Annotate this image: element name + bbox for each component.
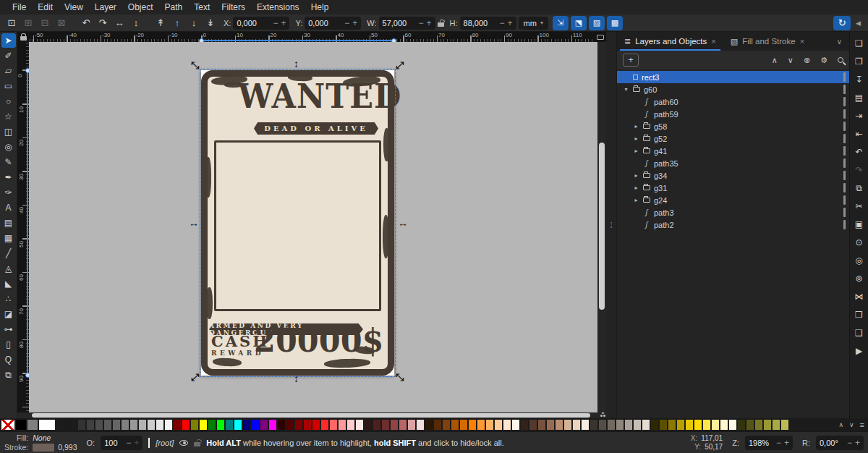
menu-object[interactable]: Object	[123, 1, 158, 14]
x-plus-button[interactable]: +	[281, 19, 286, 27]
palette-swatch[interactable]	[746, 420, 754, 430]
palette-swatch[interactable]	[608, 420, 615, 430]
pages-tool[interactable]: ⧉	[1, 368, 16, 382]
star-tool[interactable]: ☆	[1, 109, 16, 124]
canvas-viewport[interactable]: WANTED DEAD OR ALIVE ARMED AND VERY DANG…	[29, 42, 597, 412]
import-button[interactable]: ⇥	[853, 110, 866, 121]
palette-swatch[interactable]	[703, 420, 710, 430]
move-up-button[interactable]: ∧	[772, 56, 778, 65]
palette-swatch[interactable]	[269, 420, 276, 430]
fill-stroke-indicator[interactable]: Fill: None Stroke: 0,993	[4, 433, 77, 452]
palette-swatch[interactable]	[252, 420, 259, 430]
x-value[interactable]: 0,000	[237, 19, 270, 27]
selector-tool[interactable]: ➤	[1, 33, 16, 48]
palette-swatch[interactable]	[668, 420, 676, 430]
scale-handle-bottom-left[interactable]: ⤢	[191, 372, 199, 382]
opacity-plus-button[interactable]: +	[134, 439, 139, 447]
row-highlight-marker[interactable]	[843, 134, 846, 143]
width-plus-button[interactable]: +	[427, 19, 432, 27]
zoom-value[interactable]: 198%	[749, 439, 773, 447]
menu-file[interactable]: File	[7, 1, 31, 14]
layer-row-g24[interactable]: ▸g24	[617, 194, 849, 206]
zoom-minus-button[interactable]: −	[776, 439, 781, 447]
expander-icon[interactable]: ▸	[633, 123, 639, 130]
palette-swatch[interactable]	[738, 420, 745, 430]
tab-layers-and-objects[interactable]: ≣ Layers and Objects ×	[617, 32, 723, 51]
palette-swatch[interactable]	[764, 420, 771, 430]
connector-tool[interactable]: ⊶	[1, 322, 16, 336]
scale-handle-left[interactable]: ↔	[189, 218, 199, 228]
palette-swatch[interactable]	[399, 420, 407, 430]
palette-swatch[interactable]	[191, 420, 198, 430]
commands-overflow-button[interactable]: ▶	[853, 345, 866, 356]
palette-swatch[interactable]	[582, 420, 589, 430]
palette-swatch[interactable]	[773, 420, 780, 430]
row-highlight-marker[interactable]	[843, 220, 846, 229]
layer-row-path2[interactable]: ʃpath2	[617, 219, 849, 231]
no-color-swatch[interactable]	[1, 420, 14, 430]
row-highlight-marker[interactable]	[843, 85, 846, 94]
palette-swatch[interactable]	[278, 420, 285, 430]
move-down-button[interactable]: ∨	[788, 56, 793, 65]
opacity-field[interactable]: 100 − +	[101, 436, 142, 450]
paint-bucket-tool[interactable]: ◣	[1, 276, 16, 291]
palette-swatch[interactable]	[521, 420, 528, 430]
palette-swatch[interactable]	[148, 420, 155, 430]
snap-toggle-button[interactable]: ↻	[833, 16, 851, 30]
deselect-button[interactable]: ⊟	[38, 16, 52, 30]
y-minus-button[interactable]: −	[344, 19, 349, 27]
lower-button[interactable]: ↓	[187, 16, 201, 30]
palette-swatch[interactable]	[260, 420, 268, 430]
settings-gear-icon[interactable]: ⚙	[820, 56, 827, 65]
palette-swatch[interactable]	[130, 420, 137, 430]
layer-row-path59[interactable]: ʃpath59	[617, 108, 849, 120]
palette-swatch[interactable]	[686, 420, 693, 430]
layer-visibility-eye-icon[interactable]	[179, 440, 188, 446]
layer-row-g60[interactable]: ▾g60	[617, 83, 849, 96]
palette-swatch[interactable]	[547, 420, 554, 430]
raise-to-top-button[interactable]: ↟	[153, 16, 168, 30]
menu-edit[interactable]: Edit	[33, 1, 58, 14]
close-icon[interactable]: ×	[711, 37, 715, 46]
palette-swatch[interactable]	[556, 420, 563, 430]
palette-swatch[interactable]	[356, 420, 363, 430]
menu-path[interactable]: Path	[160, 1, 188, 14]
palette-swatch[interactable]	[460, 420, 467, 430]
palette-swatch[interactable]	[512, 420, 519, 430]
palette-swatch[interactable]	[321, 420, 328, 430]
scale-handle-bottom-right[interactable]: ⤡	[396, 372, 404, 382]
horizontal-ruler[interactable]: -50-40-30-20-100102030405060708090100110	[29, 32, 595, 42]
close-icon[interactable]: ×	[800, 37, 804, 46]
zoom-plus-button[interactable]: +	[784, 439, 789, 447]
expander-icon[interactable]: ▾	[623, 86, 629, 93]
zoom-tool[interactable]: Q	[1, 352, 16, 367]
white-swatch[interactable]	[39, 420, 55, 430]
duplicate-button[interactable]: ⋈	[853, 291, 866, 302]
row-highlight-marker[interactable]	[843, 171, 846, 180]
palette-swatch[interactable]	[677, 420, 684, 430]
palette-swatch[interactable]	[590, 420, 597, 430]
palette-swatch[interactable]	[477, 420, 485, 430]
node-tool[interactable]: ✐	[1, 48, 16, 63]
palette-swatch[interactable]	[382, 420, 389, 430]
height-plus-button[interactable]: +	[508, 19, 513, 27]
palette-swatch[interactable]	[104, 420, 111, 430]
palette-swatch[interactable]	[156, 420, 163, 430]
y-value[interactable]: 0,000	[308, 19, 341, 27]
guide-lock-icon[interactable]	[20, 36, 27, 41]
spray-tool[interactable]: ∴	[1, 292, 16, 306]
row-highlight-marker[interactable]	[843, 72, 846, 82]
palette-menu-icon[interactable]: ≡	[858, 420, 867, 429]
layer-row-path35[interactable]: ʃpath35	[617, 157, 849, 169]
spiral-tool[interactable]: ◎	[1, 140, 16, 154]
palette-swatch[interactable]	[651, 420, 658, 430]
color-management-icon[interactable]	[600, 415, 603, 417]
row-highlight-marker[interactable]	[843, 146, 846, 156]
move-gradients-toggle[interactable]: ▨	[589, 16, 605, 30]
lock-ratio-icon[interactable]	[438, 22, 444, 27]
expander-icon[interactable]: ▸	[633, 172, 639, 179]
palette-swatch[interactable]	[200, 420, 207, 430]
palette-swatch[interactable]	[503, 420, 511, 430]
palette-swatch[interactable]	[434, 420, 441, 430]
palette-swatch[interactable]	[63, 420, 70, 430]
